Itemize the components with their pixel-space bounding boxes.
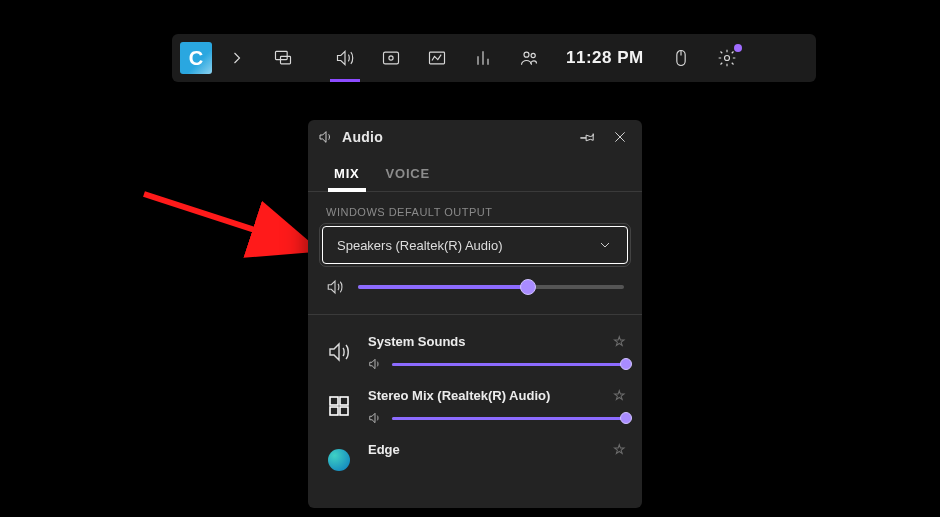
widgets-icon[interactable]: [260, 34, 306, 82]
audio-toolbar-button[interactable]: [322, 34, 368, 82]
tab-voice[interactable]: VOICE: [382, 160, 434, 191]
master-volume-row: [308, 264, 642, 315]
svg-rect-25: [340, 407, 348, 415]
favorite-button[interactable]: ☆: [613, 333, 626, 349]
panel-title: Audio: [342, 129, 568, 145]
svg-rect-24: [330, 407, 338, 415]
svg-rect-23: [340, 397, 348, 405]
svg-line-15: [144, 194, 304, 246]
svg-marker-26: [370, 413, 375, 422]
app-name-label: Stereo Mix (Realtek(R) Audio): [368, 388, 550, 403]
svg-point-13: [724, 56, 729, 61]
xbox-social-toolbar-button[interactable]: [506, 34, 552, 82]
mouse-icon[interactable]: [658, 34, 704, 82]
svg-rect-5: [430, 52, 445, 64]
app-row: System Sounds ☆: [308, 325, 642, 379]
favorite-button[interactable]: ☆: [613, 387, 626, 403]
svg-marker-20: [330, 344, 339, 360]
performance-toolbar-button[interactable]: [414, 34, 460, 82]
svg-rect-3: [384, 52, 399, 64]
resources-toolbar-button[interactable]: [460, 34, 506, 82]
panel-header: Audio: [308, 120, 642, 154]
svg-marker-16: [320, 132, 326, 143]
output-section-label: WINDOWS DEFAULT OUTPUT: [308, 192, 642, 226]
close-button[interactable]: [608, 125, 632, 149]
active-app-icon[interactable]: C: [180, 42, 212, 74]
tab-mix[interactable]: MIX: [330, 160, 364, 191]
svg-point-4: [389, 56, 393, 60]
app-row: Stereo Mix (Realtek(R) Audio) ☆: [308, 379, 642, 433]
clock: 11:28 PM: [552, 48, 658, 68]
chevron-down-icon: [597, 237, 613, 253]
volume-icon: [326, 278, 344, 296]
audio-panel: Audio MIX VOICE WINDOWS DEFAULT OUTPUT S…: [308, 120, 642, 508]
edge-icon: [324, 445, 354, 475]
xbox-gamebar: C 11:28 PM: [172, 34, 816, 82]
app-volume-slider[interactable]: [392, 363, 626, 366]
svg-point-10: [531, 53, 535, 57]
pin-button[interactable]: [576, 125, 600, 149]
chevron-right-icon[interactable]: [214, 34, 260, 82]
master-volume-slider[interactable]: [358, 285, 624, 289]
svg-point-9: [524, 52, 529, 57]
app-name-label: System Sounds: [368, 334, 466, 349]
app-volume-slider[interactable]: [392, 417, 626, 420]
svg-rect-0: [276, 51, 288, 59]
speaker-icon: [324, 337, 354, 367]
volume-icon: [368, 411, 382, 425]
volume-icon: [318, 129, 334, 145]
svg-marker-19: [328, 281, 335, 293]
favorite-button[interactable]: ☆: [613, 441, 626, 457]
svg-rect-22: [330, 397, 338, 405]
volume-icon: [368, 357, 382, 371]
output-device-value: Speakers (Realtek(R) Audio): [337, 238, 502, 253]
settings-toolbar-button[interactable]: [704, 34, 750, 82]
output-device-select[interactable]: Speakers (Realtek(R) Audio): [322, 226, 628, 264]
windows-icon: [324, 391, 354, 421]
app-row: Edge ☆: [308, 433, 642, 475]
svg-marker-21: [370, 359, 375, 368]
annotation-arrow: [134, 184, 334, 274]
capture-toolbar-button[interactable]: [368, 34, 414, 82]
app-mixer-list: System Sounds ☆ Stereo Mix (Realtek(R: [308, 315, 642, 475]
tabs: MIX VOICE: [308, 154, 642, 192]
svg-marker-2: [338, 51, 346, 64]
app-name-label: Edge: [368, 442, 400, 457]
